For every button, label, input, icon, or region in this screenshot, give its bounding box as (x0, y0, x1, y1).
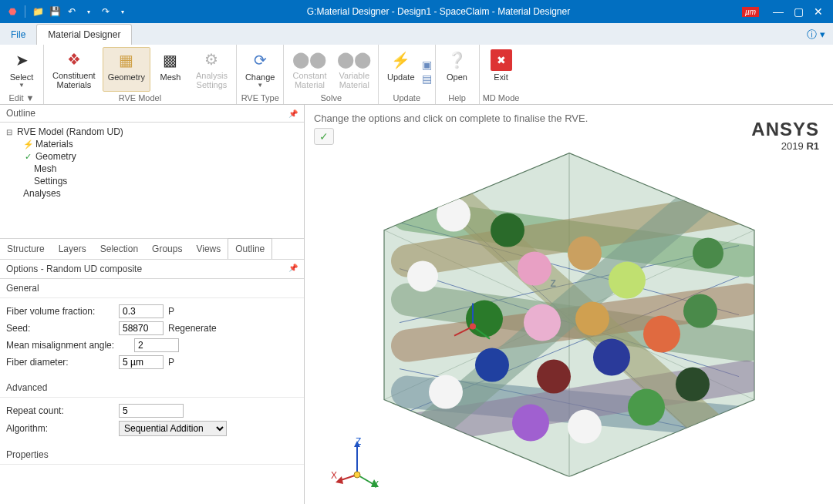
algo-select[interactable]: Sequential Addition (119, 421, 227, 436)
tree-item-geometry[interactable]: Geometry (35, 151, 76, 162)
exit-button[interactable]: ✖ Exit (483, 47, 520, 92)
pin-icon[interactable]: 📌 (288, 264, 298, 274)
fd-input[interactable] (119, 355, 164, 369)
general-section-header[interactable]: General (0, 279, 304, 298)
fvf-input[interactable] (119, 304, 164, 318)
chevron-down-icon: ▼ (19, 82, 25, 89)
svg-point-24 (466, 301, 503, 338)
maximize-button[interactable]: ▢ (790, 3, 807, 20)
tab-views[interactable]: Views (189, 239, 228, 259)
tab-selection[interactable]: Selection (93, 239, 145, 259)
constant-material-button[interactable]: ⬤⬤ Constant Material (287, 47, 332, 92)
save-icon[interactable]: 💾 (49, 5, 61, 18)
open-help-button[interactable]: ❔ Open (439, 47, 476, 92)
svg-point-22 (568, 237, 602, 270)
tree-item-analyses[interactable]: Analyses (23, 188, 61, 199)
cursor-icon: ➤ (11, 49, 32, 71)
tab-layers[interactable]: Layers (52, 239, 93, 259)
spheres-var-icon: ⬤⬤ (343, 49, 365, 69)
ribbon-group-help: ❔ Open Help (436, 45, 480, 104)
redo-dropdown-icon[interactable]: ▾ (116, 5, 129, 18)
minimize-button[interactable]: — (770, 3, 787, 20)
tab-material-designer[interactable]: Material Designer (36, 24, 132, 45)
ribbon-update-label: Update (382, 92, 431, 104)
redo-icon[interactable]: ↷ (99, 5, 112, 18)
fvf-param-link[interactable]: P (168, 306, 174, 317)
variable-material-button[interactable]: ⬤⬤ Variable Material (334, 47, 376, 92)
complete-button[interactable]: ✓ (314, 128, 334, 145)
help-dropdown-icon[interactable]: ⓘ ▾ (799, 25, 833, 45)
ribbon-group-solve: ⬤⬤ Constant Material ⬤⬤ Variable Materia… (284, 45, 379, 104)
expand-icon[interactable]: ⊟ (5, 128, 14, 136)
left-panel: Outline 📌 ⊟RVE Model (Random UD) ⚡Materi… (0, 105, 305, 504)
svg-point-33 (512, 405, 549, 442)
repeat-label: Repeat count: (6, 405, 114, 416)
ribbon: ➤ Select ▼ Edit ▼ ❖ Constituent Material… (0, 45, 833, 105)
title-bar: ⬣ 📁 💾 ↶ ▾ ↷ ▾ G:Material Designer - Desi… (0, 0, 833, 23)
orientation-triad[interactable]: Z X Y (334, 436, 388, 490)
ribbon-rve-model-label: RVE Model (47, 92, 233, 104)
svg-point-38 (693, 238, 723, 269)
refresh-icon: ⟳ (249, 49, 271, 71)
viewport-3d[interactable]: Change the options and click on complete… (305, 105, 833, 504)
svg-point-25 (524, 304, 561, 341)
ribbon-mdmode-label: MD Mode (483, 92, 520, 104)
axis-label-z: Z (356, 436, 361, 447)
tree-root[interactable]: RVE Model (Random UD) (17, 126, 123, 137)
change-button[interactable]: ⟳ Change ▼ (240, 47, 281, 92)
mma-input[interactable] (134, 338, 179, 352)
svg-point-23 (609, 262, 646, 299)
tab-groups[interactable]: Groups (145, 239, 189, 259)
geometry-button[interactable]: ▦ Geometry (103, 47, 150, 92)
unit-badge[interactable]: µm (742, 7, 759, 17)
gear-icon: ⚙ (201, 49, 222, 69)
options-small-icon[interactable]: ▣ (422, 59, 432, 71)
axis-label-x: X (331, 470, 337, 481)
properties-section-header[interactable]: Properties (0, 445, 304, 465)
tree-item-materials[interactable]: Materials (35, 139, 73, 150)
constituent-materials-button[interactable]: ❖ Constituent Materials (47, 47, 101, 92)
tab-outline[interactable]: Outline (228, 238, 272, 259)
bolt-icon: ⚡ (390, 49, 412, 71)
geometry-icon: ▦ (116, 49, 137, 71)
fd-param-link[interactable]: P (168, 357, 174, 368)
ribbon-rve-type-label: RVE Type (240, 92, 281, 104)
options-small-icon-2[interactable]: ▤ (422, 72, 432, 85)
tree-item-settings[interactable]: Settings (34, 176, 67, 186)
app-icon: ⬣ (6, 5, 19, 18)
ribbon-group-md-mode: ✖ Exit MD Mode (480, 45, 523, 104)
pin-icon[interactable]: 📌 (288, 109, 298, 118)
undo-icon[interactable]: ↶ (66, 5, 78, 18)
chevron-down-icon: ▼ (257, 82, 263, 89)
mesh-button[interactable]: ▩ Mesh (152, 47, 189, 92)
tab-structure[interactable]: Structure (0, 239, 52, 259)
close-button[interactable]: ✕ (810, 3, 827, 20)
svg-point-32 (429, 375, 463, 409)
open-folder-icon[interactable]: 📁 (32, 5, 44, 18)
repeat-input[interactable] (119, 404, 184, 418)
ribbon-group-edit: ➤ Select ▼ Edit ▼ (0, 45, 44, 104)
update-button[interactable]: ⚡ Update (382, 47, 420, 92)
ribbon-group-rve-type: ⟳ Change ▼ RVE Type (237, 45, 285, 104)
seed-input[interactable] (119, 321, 164, 335)
svg-point-36 (676, 368, 710, 402)
analysis-settings-button[interactable]: ⚙ Analysis Settings (191, 47, 233, 92)
chevron-down-icon[interactable]: ▼ (26, 93, 35, 102)
options-title: Options - Random UD composite (6, 264, 142, 274)
svg-point-27 (475, 348, 509, 382)
algo-label: Algorithm: (6, 423, 114, 434)
svg-point-49 (354, 472, 360, 478)
panel-tabs: Structure Layers Selection Groups Views … (0, 238, 304, 260)
outline-tree[interactable]: ⊟RVE Model (Random UD) ⚡Materials ✓Geome… (0, 123, 304, 238)
window-title: G:Material Designer - Design1 - SpaceCla… (135, 6, 742, 17)
select-button[interactable]: ➤ Select ▼ (3, 47, 40, 92)
tree-item-mesh[interactable]: Mesh (34, 163, 56, 174)
advanced-section-header[interactable]: Advanced (0, 378, 304, 398)
regenerate-link[interactable]: Regenerate (168, 323, 217, 334)
file-menu[interactable]: File (0, 25, 36, 45)
exit-icon: ✖ (491, 49, 512, 71)
materials-icon: ❖ (63, 49, 85, 69)
options-panel: Options - Random UD composite📌 General F… (0, 260, 304, 465)
ribbon-solve-label: Solve (287, 92, 375, 104)
undo-dropdown-icon[interactable]: ▾ (83, 5, 95, 18)
